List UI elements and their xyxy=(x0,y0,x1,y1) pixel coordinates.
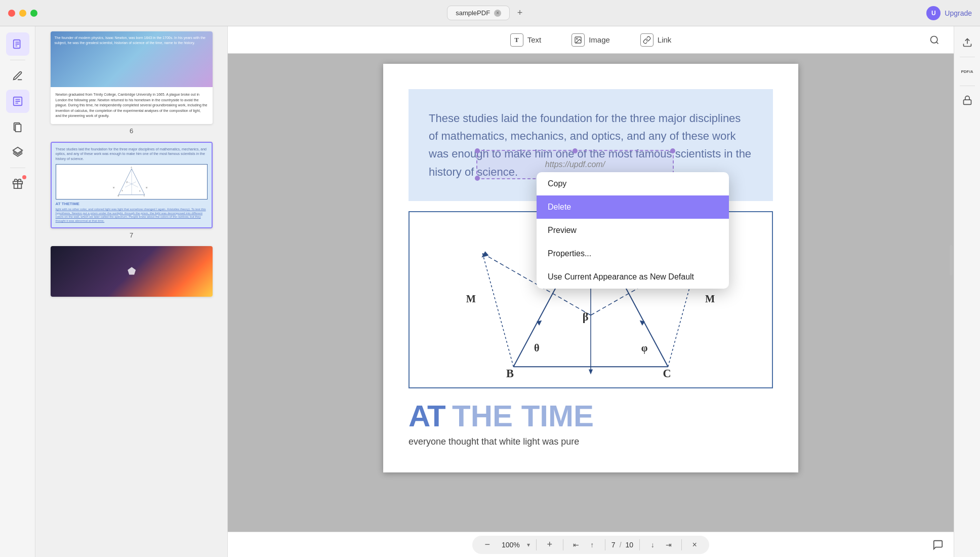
svg-line-9 xyxy=(127,182,138,187)
upgrade-button[interactable]: U Upgrade xyxy=(926,6,972,20)
svg-point-20 xyxy=(577,38,578,39)
svg-line-6 xyxy=(132,169,145,194)
sidebar-item-document[interactable] xyxy=(6,32,29,56)
thumbnail-panel: The founder of modern physics, Isaac New… xyxy=(35,26,228,557)
right-divider-2 xyxy=(960,86,975,86)
context-menu-use-default[interactable]: Use Current Appearance as New Default xyxy=(537,265,729,289)
close-search-button[interactable]: × xyxy=(688,538,701,551)
maximize-window-button[interactable] xyxy=(30,10,37,17)
sidebar-item-annotations[interactable] xyxy=(6,90,29,113)
sidebar-item-pages[interactable] xyxy=(6,115,29,138)
thumb-card-7[interactable]: These studies laid the foundation for th… xyxy=(51,142,213,229)
image-tool-button[interactable]: Image xyxy=(565,30,616,50)
new-tab-button[interactable]: + xyxy=(513,6,527,20)
lock-icon[interactable] xyxy=(957,90,977,110)
zoom-in-button[interactable]: + xyxy=(543,538,557,552)
divider-4 xyxy=(639,539,640,550)
first-page-button[interactable]: ⇤ xyxy=(569,538,583,551)
image-tool-icon xyxy=(571,33,585,47)
svg-rect-3 xyxy=(15,124,21,132)
left-sidebar xyxy=(0,26,35,557)
sidebar-item-gift[interactable] xyxy=(6,172,29,195)
divider-5 xyxy=(681,539,682,550)
pdf-view[interactable]: These studies laid the foundation for th… xyxy=(228,54,954,532)
thumb-card-8[interactable]: ⬟ xyxy=(51,246,213,297)
thumb-label-7: 7 xyxy=(130,231,133,239)
tab-close-button[interactable]: × xyxy=(494,10,501,17)
context-menu-delete[interactable]: Delete xyxy=(537,195,729,219)
sidebar-item-edit[interactable] xyxy=(6,64,29,88)
comments-button[interactable] xyxy=(932,539,944,550)
context-menu-properties[interactable]: Properties... xyxy=(537,242,729,265)
scroll-handle[interactable] xyxy=(950,245,953,275)
traffic-lights xyxy=(8,10,37,17)
thumb6-text: Newton graduated from Trinity College, C… xyxy=(51,87,213,124)
sidebar-item-layers[interactable] xyxy=(6,140,29,164)
context-menu-preview[interactable]: Preview xyxy=(537,219,729,242)
svg-text:C: C xyxy=(144,195,145,197)
handle-bottom-left[interactable] xyxy=(475,176,480,181)
zoom-dropdown[interactable]: ▾ xyxy=(527,541,530,548)
text-tool-label: Text xyxy=(527,35,542,44)
main-layout: The founder of modern physics, Isaac New… xyxy=(0,26,980,557)
link-tool-icon xyxy=(640,33,654,47)
next-page-button[interactable]: ↓ xyxy=(646,538,659,551)
sidebar-divider-2 xyxy=(10,168,25,168)
zoom-out-button[interactable]: − xyxy=(480,538,495,552)
search-button[interactable] xyxy=(925,31,944,49)
svg-text:B: B xyxy=(506,367,514,379)
thumb-card-6[interactable]: The founder of modern physics, Isaac New… xyxy=(51,31,213,124)
title-bar: samplePDF × + U Upgrade xyxy=(0,0,980,26)
gift-badge xyxy=(22,175,26,179)
context-menu: Copy Delete Preview Properties... Use Cu… xyxy=(537,172,729,289)
thumb7-content: These studies laid the foundation for th… xyxy=(52,143,212,228)
thumbnail-page-8[interactable]: ⬟ xyxy=(40,246,222,297)
thumbnail-page-6[interactable]: The founder of modern physics, Isaac New… xyxy=(40,31,222,135)
divider-3 xyxy=(605,539,605,550)
page-bottom-text: everyone thought that white light was pu… xyxy=(409,436,773,447)
handle-top-right[interactable] xyxy=(670,148,675,153)
text-tool-button[interactable]: T Text xyxy=(504,30,548,50)
thumb6-image: The founder of modern physics, Isaac New… xyxy=(51,31,213,87)
last-page-button[interactable]: ⇥ xyxy=(662,538,675,551)
svg-text:θ: θ xyxy=(121,190,123,192)
svg-text:B: B xyxy=(117,195,119,197)
divider-2 xyxy=(563,539,563,550)
prev-page-button[interactable]: ↑ xyxy=(586,538,599,551)
svg-text:M: M xyxy=(705,293,715,304)
toolbar: T Text Image xyxy=(228,26,954,54)
svg-rect-44 xyxy=(963,100,971,104)
svg-text:β: β xyxy=(583,310,589,323)
link-tool-label: Link xyxy=(658,35,672,44)
pdf-tab[interactable]: samplePDF × xyxy=(447,6,510,20)
handle-top-center[interactable] xyxy=(573,148,578,153)
export-icon[interactable] xyxy=(957,32,977,53)
svg-text:β: β xyxy=(126,181,127,183)
user-avatar: U xyxy=(926,6,941,20)
close-window-button[interactable] xyxy=(8,10,15,17)
svg-line-5 xyxy=(118,169,132,194)
svg-text:C: C xyxy=(663,367,671,379)
at-the-time-text: AT xyxy=(409,399,445,433)
svg-text:A: A xyxy=(131,167,132,169)
svg-text:M: M xyxy=(466,293,476,304)
text-tool-icon: T xyxy=(510,33,523,47)
content-area: T Text Image xyxy=(228,26,954,557)
right-sidebar: PDF/A xyxy=(954,26,980,557)
svg-marker-26 xyxy=(589,369,593,374)
tab-bar: samplePDF × + xyxy=(48,6,926,20)
page-separator: / xyxy=(620,541,622,549)
handle-top-left[interactable] xyxy=(475,148,480,153)
link-tool-button[interactable]: Link xyxy=(634,30,678,50)
thumb8-image: ⬟ xyxy=(51,246,213,297)
pdfa-icon[interactable]: PDF/A xyxy=(957,61,977,82)
svg-line-29 xyxy=(482,253,513,367)
divider-1 xyxy=(536,539,537,550)
zoom-value: 100% xyxy=(498,541,524,549)
thumbnail-page-7[interactable]: These studies laid the foundation for th… xyxy=(40,142,222,240)
context-menu-copy[interactable]: Copy xyxy=(537,172,729,195)
image-tool-label: Image xyxy=(589,35,610,44)
tab-title: samplePDF xyxy=(456,9,490,17)
minimize-window-button[interactable] xyxy=(19,10,26,17)
svg-text:M: M xyxy=(113,187,114,189)
